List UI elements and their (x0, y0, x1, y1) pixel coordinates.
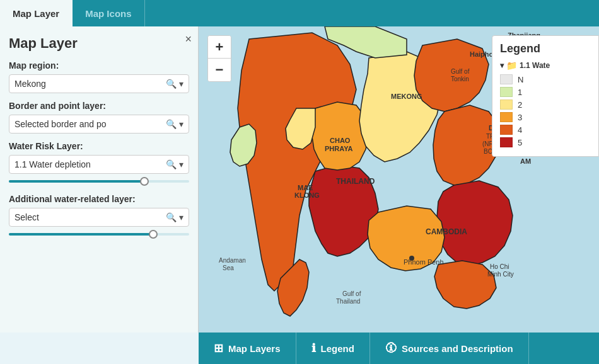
map-label-gulf-thailand2: Thailand (336, 298, 360, 305)
legend-item-n: N (500, 74, 591, 84)
additional-layer-input[interactable] (15, 212, 166, 222)
water-risk-dropdown[interactable]: 🔍 ▾ (9, 155, 189, 174)
water-risk-slider-fill (9, 180, 144, 183)
legend-color-1 (500, 87, 513, 97)
left-panel: × Map Layer Map region: 🔍 ▾ Border and p… (0, 26, 199, 333)
map-region-icons: 🔍 ▾ (166, 79, 183, 89)
tab-map-layer[interactable]: Map Layer (0, 0, 73, 26)
additional-layer-icons: 🔍 ▾ (166, 212, 183, 222)
zoom-out-button[interactable]: − (208, 59, 231, 81)
search-icon-additional[interactable]: 🔍 (166, 212, 177, 222)
water-risk-slider-thumb[interactable] (140, 177, 149, 186)
chevron-down-icon-additional[interactable]: ▾ (179, 212, 183, 222)
panel-title: Map Layer (9, 35, 189, 52)
map-label-mae-klong2: KLONG (294, 191, 320, 199)
legend-label-5: 5 (518, 138, 522, 147)
legend-button[interactable]: ℹ Legend (296, 333, 370, 364)
legend-layer-header: ▾ 📁 1.1 Wate (500, 60, 591, 71)
border-layer-dropdown[interactable]: 🔍 ▾ (9, 115, 189, 134)
tab-map-icons-label: Map Icons (85, 8, 131, 19)
map-label-andaman: Andaman (219, 257, 246, 264)
legend-label-1: 1 (518, 88, 522, 97)
legend-item-1: 1 (500, 87, 591, 97)
legend-color-n (500, 74, 513, 84)
phnom-penh-dot (409, 256, 414, 261)
map-area[interactable]: Zhanjiang Haiphong Gulf of Tonkin MEKONG… (199, 26, 599, 333)
legend-item-4: 4 (500, 125, 591, 135)
legend-item-2: 2 (500, 100, 591, 110)
legend-title: Legend (500, 42, 591, 55)
zoom-controls: + − (207, 35, 231, 82)
legend-layer-name: 1.1 Wate (520, 61, 550, 70)
map-label-am: AM (520, 157, 531, 165)
tab-map-icons[interactable]: Map Icons (73, 0, 144, 26)
search-icon[interactable]: 🔍 (166, 79, 177, 89)
legend-color-5 (500, 137, 513, 147)
water-risk-slider-track (9, 180, 189, 183)
additional-layer-slider-track (9, 233, 189, 236)
additional-layer-slider-fill (9, 233, 153, 236)
legend-label-3: 3 (518, 113, 522, 122)
chevron-right-icon: ▾ (500, 61, 504, 70)
legend-color-2 (500, 100, 513, 110)
chevron-down-icon[interactable]: ▾ (179, 79, 183, 89)
water-risk-slider-container (9, 176, 189, 186)
zoom-in-button[interactable]: + (208, 36, 231, 59)
map-label-chao-phraya2: PHRAYA (325, 145, 352, 152)
additional-layer-dropdown[interactable]: 🔍 ▾ (9, 208, 189, 227)
sources-button[interactable]: 🛈 Sources and Description (370, 333, 529, 364)
map-label-chao-phraya: CHAO (330, 137, 351, 144)
chevron-down-icon-border[interactable]: ▾ (179, 119, 183, 129)
legend-label-4: 4 (518, 125, 522, 135)
map-label-mekong: MEKONG (391, 93, 422, 100)
border-layer-icons: 🔍 ▾ (166, 119, 183, 129)
layers-icon: ⊞ (214, 341, 223, 355)
folder-icon: 📁 (506, 60, 517, 71)
map-label-mae-klong: MAE (298, 184, 313, 191)
map-label-ho-chi-minh2: Minh City (487, 271, 514, 278)
legend-button-label: Legend (321, 343, 354, 354)
map-layers-button[interactable]: ⊞ Map Layers (199, 333, 296, 364)
water-risk-label: Water Risk Layer: (9, 141, 189, 151)
legend-color-4 (500, 125, 513, 135)
close-button[interactable]: × (185, 33, 192, 46)
map-label-gulf-tonkin: Gulf of (451, 68, 470, 75)
legend-color-3 (500, 112, 513, 122)
border-layer-input[interactable] (15, 119, 166, 129)
map-layers-label: Map Layers (228, 343, 281, 354)
header-tabs: Map Layer Map Icons (0, 0, 599, 26)
map-label-andaman2: Sea (223, 264, 234, 271)
additional-layer-label: Additional water-related layer: (9, 194, 189, 204)
search-icon-water[interactable]: 🔍 (166, 159, 177, 169)
legend-item-5: 5 (500, 137, 591, 147)
map-label-thailand: THAILAND (336, 177, 375, 186)
additional-layer-slider-thumb[interactable] (149, 230, 158, 239)
map-region-dropdown[interactable]: 🔍 ▾ (9, 74, 189, 93)
sources-icon: 🛈 (385, 342, 397, 355)
legend-label-2: 2 (518, 100, 522, 110)
map-label-cambodia: CAMBODIA (426, 227, 467, 236)
legend-items: N 1 2 3 4 (500, 74, 591, 147)
water-risk-input[interactable] (15, 159, 166, 169)
map-label-gulf-thailand: Gulf of (342, 290, 361, 297)
border-layer-label: Border and point layer: (9, 101, 189, 111)
map-label-ho-chi-minh: Ho Chi (490, 263, 509, 270)
map-region-label: Map region: (9, 60, 189, 71)
legend-item-3: 3 (500, 112, 591, 122)
legend-panel: Legend ▾ 📁 1.1 Wate N 1 2 (492, 35, 599, 157)
bottom-toolbar: ⊞ Map Layers ℹ Legend 🛈 Sources and Desc… (199, 333, 599, 364)
tab-map-layer-label: Map Layer (13, 8, 59, 19)
additional-layer-slider-container (9, 229, 189, 239)
water-risk-icons: 🔍 ▾ (166, 159, 183, 169)
sources-label: Sources and Description (402, 343, 513, 354)
map-label-gulf-tonkin2: Tonkin (451, 76, 469, 82)
legend-info-icon: ℹ (311, 341, 316, 355)
search-icon-border[interactable]: 🔍 (166, 119, 177, 129)
chevron-down-icon-water[interactable]: ▾ (179, 159, 183, 169)
map-region-input[interactable] (15, 79, 166, 89)
legend-label-n: N (518, 75, 523, 84)
